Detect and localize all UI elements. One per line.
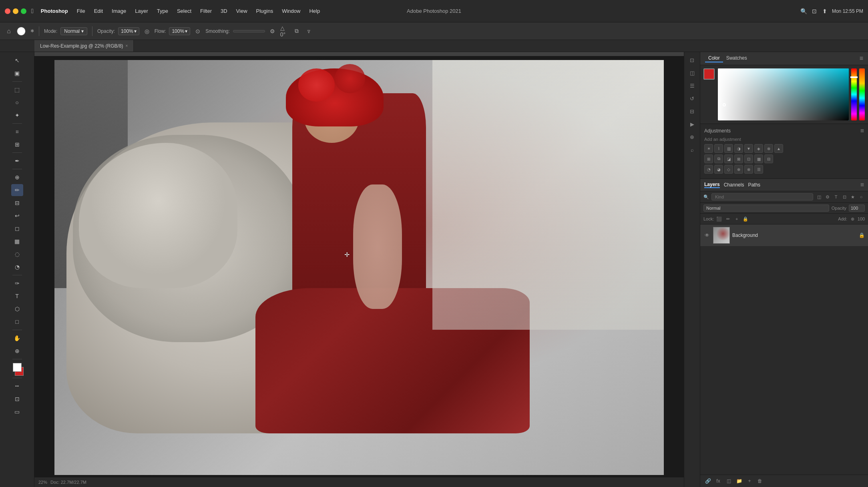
color-spectrum-bar[interactable]	[851, 68, 857, 120]
move-tool[interactable]: ↖	[11, 54, 23, 66]
layer-visibility-toggle[interactable]: 👁	[703, 232, 711, 239]
canvas-area[interactable]: ✛ 22% Doc: 22.7M/22.7M	[34, 52, 684, 487]
cc-button[interactable]: ⊕	[687, 131, 698, 142]
properties-button[interactable]: ⊟	[687, 106, 698, 117]
learn-button[interactable]: ⊡	[687, 54, 698, 66]
equalize-adj-icon[interactable]: ☰	[754, 165, 763, 174]
colorlookup-adj-icon[interactable]: ⧉	[714, 154, 723, 163]
desaturate-adj-icon[interactable]: ◇	[724, 165, 733, 174]
vibrance-adj-icon[interactable]: ▼	[744, 144, 753, 153]
filter-adjust-icon[interactable]: ⚙	[824, 193, 831, 200]
invert-adj-icon[interactable]: ◪	[724, 154, 733, 163]
lock-artboard-icon[interactable]: +	[733, 215, 740, 222]
replace-color-adj-icon[interactable]: ⊗	[744, 165, 753, 174]
tab-close-button[interactable]: ×	[126, 44, 128, 48]
exposure-adj-icon[interactable]: ◑	[734, 144, 743, 153]
blend-mode-select[interactable]: Normal	[703, 204, 829, 212]
filter-smart-icon[interactable]: ★	[849, 193, 856, 200]
healing-brush-tool[interactable]: ⊕	[11, 171, 23, 183]
shadow-highlight-adj-icon[interactable]: ◔	[704, 165, 713, 174]
gradient-map-adj-icon[interactable]: ▦	[754, 154, 763, 163]
path-select-tool[interactable]: ⬡	[11, 303, 23, 315]
menu-window[interactable]: Window	[278, 6, 304, 16]
curves-adj-icon[interactable]: ⌇	[714, 144, 723, 153]
pen-tool[interactable]: ✑	[11, 277, 23, 289]
flow-icon[interactable]: ⊙	[193, 27, 202, 36]
add-value-icon[interactable]: 100	[858, 215, 865, 222]
home-button[interactable]: ⌂	[4, 26, 14, 36]
channels-tab[interactable]: Channels	[724, 182, 744, 188]
text-tool[interactable]: T	[11, 290, 23, 302]
menu-file[interactable]: File	[73, 6, 89, 16]
hsl-adj-icon[interactable]: ◈	[754, 144, 763, 153]
play-button[interactable]: ▶	[687, 118, 698, 130]
add-fx-bottom-icon[interactable]: fx	[714, 477, 723, 485]
screen-mode-button[interactable]: ▭	[11, 406, 23, 418]
layers-search-input[interactable]	[711, 193, 813, 200]
opacity-input-layers[interactable]: 100	[849, 204, 865, 212]
menu-3d[interactable]: 3D	[217, 6, 231, 16]
hand-tool[interactable]: ✋	[11, 332, 23, 344]
color-gradient-field[interactable]	[718, 68, 849, 120]
search-panel-button[interactable]: ⌕	[687, 144, 698, 155]
layer-row-background[interactable]: 👁 Background 🔒	[700, 224, 868, 247]
menu-edit[interactable]: Edit	[90, 6, 107, 16]
filter-text-icon[interactable]: T	[832, 193, 840, 200]
search-icon[interactable]: 🔍	[801, 8, 807, 14]
new-group-icon[interactable]: 📁	[735, 477, 743, 485]
delete-layer-icon[interactable]: 🗑	[755, 477, 764, 485]
adjustments-menu[interactable]: ≡	[860, 127, 864, 134]
mode-dropdown[interactable]: Normal ▾	[60, 27, 87, 35]
menu-plugins[interactable]: Plugins	[252, 6, 277, 16]
match-color-adj-icon[interactable]: ⊕	[734, 165, 743, 174]
flow-value[interactable]: 100% ▾	[169, 27, 190, 35]
menu-filter[interactable]: Filter	[196, 6, 216, 16]
pressure-icon[interactable]: ⧉	[292, 27, 301, 36]
filter-toggle[interactable]: ○	[858, 193, 865, 200]
hdr-adj-icon[interactable]: ◕	[714, 165, 723, 174]
color-panel-menu[interactable]: ≡	[860, 55, 863, 62]
angle-icon[interactable]: △ 0°	[280, 27, 289, 36]
perspective-crop[interactable]: ⊞	[11, 138, 23, 150]
add-mask-icon[interactable]: ◫	[724, 477, 733, 485]
lock-all-icon[interactable]: 🔒	[742, 215, 749, 222]
posterize-adj-icon[interactable]: ⊠	[734, 154, 743, 163]
color-tab[interactable]: Color	[705, 54, 723, 62]
eraser-tool[interactable]: ◻	[11, 222, 23, 234]
crop-tool[interactable]: ⌗	[11, 126, 23, 138]
shape-tool[interactable]: □	[11, 316, 23, 328]
filter-shape-icon[interactable]: ⊡	[841, 193, 848, 200]
menu-view[interactable]: View	[232, 6, 251, 16]
foreground-color[interactable]	[13, 363, 22, 372]
share-icon[interactable]: ⬆	[822, 8, 828, 14]
close-button[interactable]	[5, 8, 10, 14]
brightness-adj-icon[interactable]: ☀	[704, 144, 713, 153]
brush-tool[interactable]: ✏	[11, 184, 23, 196]
lasso-tool[interactable]: ○	[11, 96, 23, 108]
menu-image[interactable]: Image	[108, 6, 130, 16]
quick-select-tool[interactable]: ✦	[11, 109, 23, 121]
levels-adj-icon[interactable]: ▥	[724, 144, 733, 153]
add-link-icon[interactable]: 🔗	[703, 477, 712, 485]
menu-select[interactable]: Select	[173, 6, 195, 16]
smoothing-input[interactable]	[233, 30, 265, 32]
colorbalance-adj-icon[interactable]: ⊗	[764, 144, 773, 153]
menu-layer[interactable]: Layer	[131, 6, 152, 16]
menu-photoshop[interactable]: Photoshop	[37, 6, 72, 16]
airbrush-icon[interactable]: ◎	[143, 27, 151, 36]
color-fg-swatch[interactable]	[703, 68, 715, 80]
selective-color-adj-icon[interactable]: ⊟	[764, 154, 773, 163]
gradient-tool[interactable]: ▦	[11, 235, 23, 247]
new-layer-icon[interactable]: +	[745, 477, 754, 485]
document-tab[interactable]: Low-Res-Example.jpg @ 22% (RGB/8) ×	[34, 40, 134, 52]
blur-tool[interactable]: ◌	[11, 248, 23, 260]
history-brush-tool[interactable]: ↩	[11, 210, 23, 222]
paths-tab[interactable]: Paths	[748, 182, 760, 188]
photofilter-adj-icon[interactable]: ▲	[774, 144, 783, 153]
eyedropper-tool[interactable]: ✒	[11, 155, 23, 167]
maximize-button[interactable]	[21, 8, 26, 14]
menu-help[interactable]: Help	[305, 6, 324, 16]
window-icon[interactable]: ⊡	[811, 8, 818, 14]
filter-pixel-icon[interactable]: ◫	[816, 193, 823, 200]
adjustments-button[interactable]: ☰	[687, 80, 698, 91]
